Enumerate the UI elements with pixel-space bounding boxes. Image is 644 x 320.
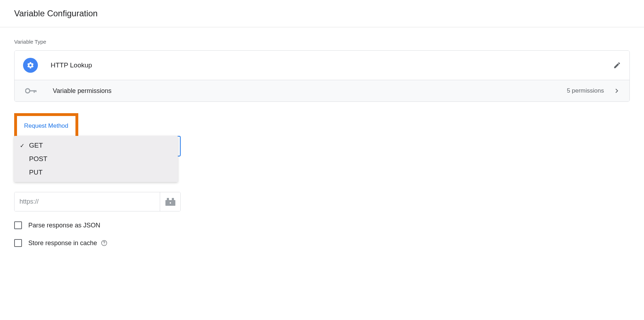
edit-icon[interactable] — [613, 61, 621, 69]
parse-json-checkbox[interactable] — [14, 221, 22, 229]
gear-icon — [23, 58, 38, 73]
request-method-label: Request Method — [24, 122, 68, 129]
svg-rect-5 — [167, 198, 169, 200]
request-method-dropdown-container: ✓ GET POST PUT — [14, 136, 630, 156]
dropdown-option-label: GET — [29, 142, 43, 149]
variable-type-name: HTTP Lookup — [51, 61, 613, 69]
request-method-dropdown-menu: ✓ GET POST PUT — [14, 136, 178, 182]
dropdown-option-label: PUT — [29, 169, 43, 176]
request-method-section: Request Method ✓ GET POST PUT — [14, 113, 630, 247]
store-cache-checkbox-row: Store response in cache — [14, 239, 630, 247]
svg-point-0 — [26, 89, 30, 93]
store-cache-label: Store response in cache — [28, 239, 97, 247]
insert-variable-button[interactable] — [160, 192, 180, 211]
request-method-label-highlight: Request Method — [14, 113, 78, 139]
svg-rect-8 — [170, 202, 171, 204]
variable-type-card: HTTP Lookup Variable permissions 5 permi… — [14, 50, 630, 102]
key-icon — [25, 87, 36, 94]
variable-type-section-label: Variable Type — [14, 39, 630, 45]
brick-plus-icon — [165, 198, 175, 206]
variable-type-header: HTTP Lookup — [15, 51, 629, 80]
svg-rect-3 — [35, 90, 36, 92]
dropdown-option-get[interactable]: ✓ GET — [14, 139, 178, 152]
page-title: Variable Configuration — [14, 9, 630, 18]
url-input-row — [14, 192, 181, 211]
permissions-label: Variable permissions — [53, 87, 567, 95]
parse-json-label: Parse response as JSON — [28, 222, 100, 229]
dropdown-option-post[interactable]: POST — [14, 152, 178, 166]
url-input[interactable] — [15, 192, 160, 211]
store-cache-checkbox[interactable] — [14, 239, 22, 247]
chevron-right-icon — [612, 87, 621, 95]
parse-json-checkbox-row: Parse response as JSON — [14, 221, 630, 229]
svg-point-10 — [104, 244, 104, 244]
content-area: Variable Type HTTP Lookup Variable permi… — [0, 27, 644, 264]
svg-rect-1 — [29, 90, 36, 92]
dropdown-option-label: POST — [29, 155, 47, 163]
svg-rect-2 — [34, 90, 35, 93]
header: Variable Configuration — [0, 0, 644, 27]
help-icon[interactable] — [101, 239, 108, 247]
svg-rect-6 — [172, 198, 174, 200]
check-icon: ✓ — [20, 142, 27, 149]
permissions-count: 5 permissions — [567, 87, 604, 94]
dropdown-option-put[interactable]: PUT — [14, 166, 178, 179]
permissions-row[interactable]: Variable permissions 5 permissions — [15, 80, 629, 101]
